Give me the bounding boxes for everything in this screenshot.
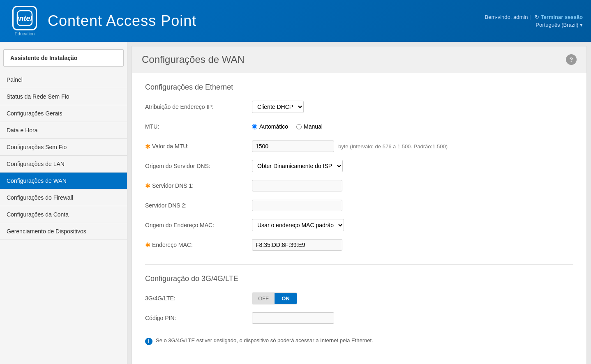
- sidebar-item-firewall-settings[interactable]: Configurações do Firewall: [0, 189, 127, 206]
- header-right: Bem-vindo, admin | ↻ Terminar sessão Por…: [485, 14, 583, 28]
- sidebar-item-painel[interactable]: Painel: [0, 71, 127, 88]
- dns1-control: [252, 180, 342, 191]
- sidebar: Assistente de Instalação Painel Status d…: [0, 42, 127, 364]
- mtu-helper-text: byte (Intervalo: de 576 a 1.500. Padrão:…: [338, 143, 448, 150]
- ip-assignment-select[interactable]: Cliente DHCP IP Estático PPPoE: [252, 101, 304, 113]
- dns1-input[interactable]: [252, 180, 342, 191]
- mac-address-input[interactable]: [252, 239, 342, 251]
- pin-control: [252, 312, 334, 324]
- ethernet-section-title: Configurações de Ethernet: [145, 83, 573, 92]
- logout-link[interactable]: Terminar sessão: [541, 14, 583, 20]
- mac-required-star: ✱: [145, 241, 150, 249]
- dns2-row: Servidor DNS 2:: [145, 198, 573, 212]
- mtu-value-row: ✱ Valor da MTU: byte (Intervalo: de 576 …: [145, 139, 573, 153]
- mtu-label: MTU:: [145, 123, 252, 130]
- ethernet-form: Atribuição de Endereço IP: Cliente DHCP …: [145, 100, 573, 252]
- header-left: intel Education Content Access Point: [8, 5, 196, 37]
- svg-text:intel: intel: [17, 14, 32, 23]
- pin-label: Código PIN:: [145, 315, 252, 321]
- logo-subtext: Education: [15, 31, 35, 36]
- toggle-off-btn[interactable]: OFF: [252, 293, 275, 304]
- page-content: Configurações de Ethernet Atribuição de …: [132, 73, 586, 364]
- dns-origin-select[interactable]: Obter Dinamicamente do ISP Usar DNS Pers…: [252, 160, 343, 172]
- dns-origin-label: Origem do Servidor DNS:: [145, 163, 252, 169]
- info-message: i Se o 3G/4G/LTE estiver desligado, o di…: [145, 337, 573, 345]
- app-title: Content Access Point: [48, 12, 196, 30]
- help-button[interactable]: ?: [566, 54, 577, 65]
- pin-input[interactable]: [252, 312, 334, 324]
- action-buttons: Salvar Cancelar: [145, 357, 573, 364]
- sidebar-item-general-settings[interactable]: Configurações Gerais: [0, 105, 127, 122]
- dns1-required-star: ✱: [145, 182, 150, 190]
- lte-section-title: Configuração do 3G/4G/LTE: [145, 274, 573, 283]
- page-title: Configurações de WAN: [142, 54, 245, 65]
- sidebar-item-setup[interactable]: Assistente de Instalação: [3, 49, 124, 67]
- intel-logo-ring: intel: [12, 6, 37, 30]
- mtu-row: MTU: Automático Manual: [145, 120, 573, 134]
- main-content: Configurações de WAN ? Configurações de …: [132, 46, 587, 364]
- mac-address-row: ✱ Endereço MAC:: [145, 238, 573, 252]
- dns2-input[interactable]: [252, 200, 342, 211]
- mtu-value-control: byte (Intervalo: de 576 a 1.500. Padrão:…: [252, 141, 448, 152]
- mtu-value-label: ✱ Valor da MTU:: [145, 143, 252, 150]
- ip-assignment-row: Atribuição de Endereço IP: Cliente DHCP …: [145, 100, 573, 114]
- page-header: Configurações de WAN ?: [132, 46, 586, 73]
- sidebar-item-device-management[interactable]: Gerenciamento de Dispositivos: [0, 223, 127, 240]
- mtu-manual-label[interactable]: Manual: [296, 123, 323, 130]
- dns2-control: [252, 200, 342, 211]
- dns1-label: ✱ Servidor DNS 1:: [145, 182, 252, 190]
- sidebar-item-wireless-settings[interactable]: Configurações Sem Fio: [0, 139, 127, 156]
- ip-assignment-control: Cliente DHCP IP Estático PPPoE: [252, 101, 304, 113]
- mtu-auto-radio[interactable]: [252, 124, 257, 129]
- mac-address-label: ✱ Endereço MAC:: [145, 241, 252, 249]
- dns-origin-row: Origem do Servidor DNS: Obter Dinamicame…: [145, 159, 573, 173]
- lte-toggle-control: OFF ON: [252, 293, 297, 304]
- mtu-value-input[interactable]: [252, 141, 334, 152]
- info-icon: i: [145, 338, 152, 345]
- header: intel Education Content Access Point Bem…: [0, 0, 591, 42]
- toggle-on-btn[interactable]: ON: [275, 293, 297, 304]
- ip-assignment-label: Atribuição de Endereço IP:: [145, 104, 252, 110]
- mac-origin-control: Usar o endereço MAC padrão Personalizado: [252, 219, 344, 231]
- mac-origin-select[interactable]: Usar o endereço MAC padrão Personalizado: [252, 219, 344, 231]
- sidebar-item-account-settings[interactable]: Configurações da Conta: [0, 206, 127, 223]
- dns2-label: Servidor DNS 2:: [145, 202, 252, 209]
- sidebar-item-datetime[interactable]: Data e Hora: [0, 122, 127, 139]
- dns1-row: ✱ Servidor DNS 1:: [145, 179, 573, 193]
- section-divider: [145, 264, 573, 265]
- language-selector[interactable]: Português (Brazil) ▾: [485, 22, 583, 28]
- mac-origin-label: Origem do Endereço MAC:: [145, 222, 252, 228]
- mac-address-control: [252, 239, 342, 251]
- lte-toggle-label: 3G/4G/LTE:: [145, 295, 252, 302]
- mtu-radio-group: Automático Manual: [252, 123, 323, 130]
- sidebar-item-wan-settings[interactable]: Configurações de WAN: [0, 173, 127, 189]
- lte-toggle-row: 3G/4G/LTE: OFF ON: [145, 291, 573, 305]
- layout: Assistente de Instalação Painel Status d…: [0, 42, 591, 364]
- mac-origin-row: Origem do Endereço MAC: Usar o endereço …: [145, 218, 573, 232]
- mtu-manual-radio[interactable]: [296, 124, 302, 129]
- lte-toggle-switch[interactable]: OFF ON: [252, 293, 297, 304]
- welcome-text: Bem-vindo, admin | ↻ Terminar sessão: [485, 14, 583, 20]
- lte-form: 3G/4G/LTE: OFF ON Código PIN:: [145, 291, 573, 325]
- sidebar-item-lan-settings[interactable]: Configurações de LAN: [0, 156, 127, 173]
- dns-origin-control: Obter Dinamicamente do ISP Usar DNS Pers…: [252, 160, 343, 172]
- mtu-auto-label[interactable]: Automático: [252, 123, 288, 130]
- intel-logo: intel Education: [8, 5, 41, 37]
- pin-row: Código PIN:: [145, 311, 573, 325]
- info-text: Se o 3G/4G/LTE estiver desligado, o disp…: [156, 337, 373, 343]
- mtu-required-star: ✱: [145, 143, 150, 150]
- sidebar-item-wireless-status[interactable]: Status da Rede Sem Fio: [0, 88, 127, 105]
